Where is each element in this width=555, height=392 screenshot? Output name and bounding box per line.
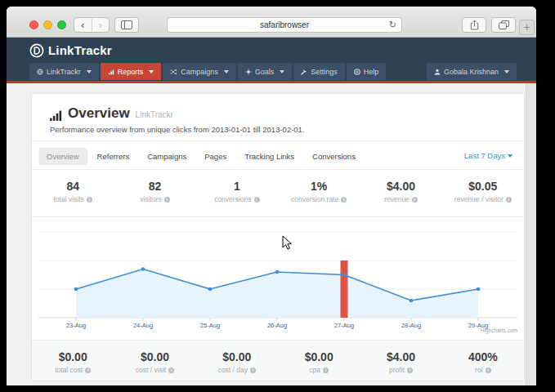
stat-label: roii: [442, 366, 524, 374]
stat-cost-visit: $0.00cost / visiti: [114, 341, 195, 381]
tab-referrers[interactable]: Referrers: [89, 148, 138, 165]
history-nav-group: ‹ ›: [74, 17, 110, 33]
stat-revenue: $4.00revenuei: [360, 170, 441, 216]
site-header: LinkTrackr: [7, 38, 536, 63]
stat-label: revenuei: [360, 195, 441, 203]
nav-item-label: Help: [364, 68, 379, 76]
info-icon[interactable]: i: [254, 197, 260, 203]
user-menu[interactable]: Gobala Krishnan: [427, 63, 517, 80]
stat-visitors: 82visitorsi: [114, 170, 195, 216]
stat-value: 82: [114, 180, 195, 193]
chevron-down-icon: [149, 70, 154, 74]
stat-roi: 400%roii: [442, 341, 524, 381]
share-icon: [470, 20, 479, 30]
chevron-down-icon: [508, 154, 512, 158]
stat-conversion-rate: 1%conversion ratei: [278, 170, 360, 216]
tab-tracking-links[interactable]: Tracking Links: [236, 148, 302, 165]
stat-value: 1: [196, 180, 278, 193]
sidebar-toggle-button[interactable]: [114, 17, 139, 33]
stat-value: 400%: [442, 350, 524, 363]
nav-item-settings[interactable]: Settings: [293, 63, 345, 80]
tabs-icon: [499, 20, 509, 29]
forward-button[interactable]: ›: [92, 19, 110, 32]
stat-label: profiti: [360, 366, 441, 374]
info-icon[interactable]: i: [506, 197, 512, 203]
info-icon[interactable]: i: [85, 368, 91, 373]
date-range-label: Last 7 Days: [464, 151, 505, 160]
chart-credit[interactable]: Highcharts.com: [481, 327, 517, 334]
nav-item-linktrackr[interactable]: LinkTrackr: [29, 63, 99, 80]
date-range-selector[interactable]: Last 7 Days: [464, 151, 512, 160]
globe-icon: [37, 69, 43, 75]
stat-value: $0.05: [442, 180, 524, 193]
tab-pages[interactable]: Pages: [196, 148, 235, 165]
info-icon[interactable]: i: [341, 197, 347, 203]
minimize-window-button[interactable]: [43, 20, 52, 29]
browser-window: ‹ › safaribrowser ↻ +: [7, 7, 536, 385]
stat-value: $0.00: [32, 350, 114, 363]
nav-item-label: Settings: [311, 68, 338, 76]
nav-item-label: Goals: [255, 68, 275, 76]
stat-label: conversionsi: [196, 195, 278, 203]
back-button[interactable]: ‹: [74, 19, 92, 32]
sidebar-icon: [121, 20, 132, 29]
x-axis-label: 26-Aug: [267, 322, 287, 329]
chevron-down-icon: [224, 70, 229, 74]
zoom-window-button[interactable]: [57, 20, 66, 29]
info-icon[interactable]: i: [250, 368, 256, 373]
reload-icon[interactable]: ↻: [389, 18, 396, 32]
tab-overview[interactable]: Overview: [38, 148, 87, 165]
shuffle-icon: [170, 69, 177, 75]
user-menu-label: Gobala Krishnan: [444, 68, 499, 76]
nav-item-help[interactable]: Help: [347, 63, 387, 80]
report-tab-bar: OverviewReferrersCampaignsPagesTracking …: [32, 141, 524, 170]
stat-value: $4.00: [360, 180, 441, 193]
user-icon: [434, 69, 441, 75]
nav-items: LinkTrackrReportsCampaignsGoalsSettingsH…: [29, 63, 386, 80]
page-scrollbar[interactable]: [526, 83, 536, 385]
url-text: safaribrowser: [260, 20, 309, 29]
nav-item-campaigns[interactable]: Campaigns: [163, 63, 236, 80]
stat-label: visitorsi: [114, 195, 195, 203]
site-logo-text: LinkTrackr: [48, 43, 112, 57]
page-title: Overview: [68, 105, 130, 122]
nav-item-label: Reports: [118, 68, 144, 76]
stat-value: $0.00: [278, 350, 360, 363]
stat-value: 1%: [278, 180, 360, 193]
stat-label: conversion ratei: [278, 195, 360, 203]
stats-row-top: 84total visitsi82visitorsi1conversionsi1…: [32, 170, 524, 217]
star-icon: [245, 69, 252, 75]
stat-cost-day: $0.00cost / dayi: [196, 341, 278, 381]
info-icon[interactable]: i: [87, 197, 92, 203]
nav-item-goals[interactable]: Goals: [238, 63, 293, 80]
stats-row-bottom: $0.00total costi$0.00cost / visiti$0.00c…: [32, 340, 524, 381]
info-icon[interactable]: i: [168, 368, 174, 373]
nav-item-label: Campaigns: [181, 68, 218, 76]
bar-chart-icon: [50, 110, 62, 121]
browser-toolbar: ‹ › safaribrowser ↻ +: [7, 7, 536, 38]
tab-conversions[interactable]: Conversions: [304, 148, 364, 165]
nav-item-reports[interactable]: Reports: [101, 63, 162, 80]
stat-label: total costi: [32, 366, 114, 374]
chevron-down-icon: [504, 70, 509, 74]
stat-value: $4.00: [360, 350, 441, 363]
info-icon[interactable]: i: [164, 197, 170, 203]
address-bar[interactable]: safaribrowser ↻: [167, 17, 402, 33]
share-button[interactable]: [462, 17, 486, 33]
show-tabs-button[interactable]: [491, 17, 516, 33]
info-icon[interactable]: i: [486, 368, 491, 373]
new-tab-button[interactable]: +: [519, 20, 535, 35]
overview-header: Overview LinkTrackr Performance overview…: [32, 94, 524, 141]
info-icon[interactable]: i: [407, 368, 413, 373]
tab-campaigns[interactable]: Campaigns: [139, 148, 195, 165]
page-title-suffix: LinkTrackr: [136, 110, 173, 119]
info-icon[interactable]: i: [323, 368, 329, 373]
info-icon[interactable]: i: [412, 197, 418, 203]
page-content: Overview LinkTrackr Performance overview…: [7, 83, 536, 385]
visits-chart: 23-Aug24-Aug25-Aug26-Aug27-Aug28-Aug29-A…: [32, 217, 524, 340]
close-window-button[interactable]: [29, 20, 38, 29]
chevron-down-icon: [87, 70, 92, 74]
help-icon: [354, 69, 360, 75]
stat-total-cost: $0.00total costi: [32, 341, 114, 381]
site-logo[interactable]: LinkTrackr: [29, 43, 112, 58]
